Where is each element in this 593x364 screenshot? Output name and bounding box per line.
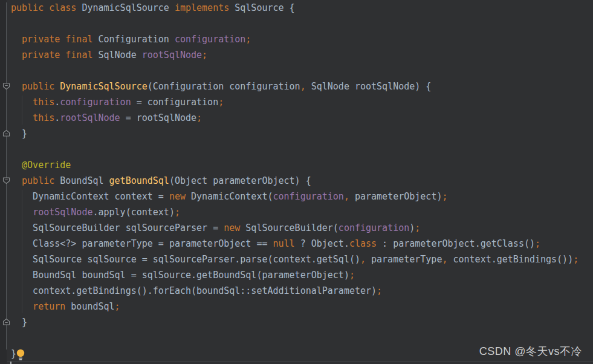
code-token-pln: SqlSource { bbox=[235, 2, 294, 13]
code-token-kw: private final bbox=[11, 50, 99, 60]
code-editor[interactable]: public class DynamicSqlSource implements… bbox=[0, 0, 593, 364]
code-token-pln: parameterObject) bbox=[349, 191, 442, 202]
code-line[interactable]: SqlSourceBuilder sqlSourceParser = new S… bbox=[11, 220, 578, 236]
code-line[interactable] bbox=[11, 141, 578, 157]
code-token-pun: ; bbox=[175, 207, 180, 218]
code-token-pun: ; bbox=[377, 285, 382, 296]
code-token-pun: ; bbox=[573, 254, 578, 265]
code-token-kw: this bbox=[11, 112, 54, 123]
code-token-pun: ; bbox=[535, 238, 540, 249]
code-token-pln: } bbox=[11, 128, 27, 139]
code-token-pun: , bbox=[300, 81, 306, 92]
code-token-pln: ) bbox=[409, 223, 415, 233]
code-token-pln: BoundSql bbox=[60, 175, 109, 186]
text-caret bbox=[10, 362, 11, 364]
code-token-pun: ; bbox=[415, 223, 420, 233]
code-line[interactable]: public class DynamicSqlSource implements… bbox=[11, 0, 578, 16]
code-token-kw: private final bbox=[11, 34, 99, 45]
code-token-kw: this bbox=[11, 97, 54, 108]
code-token-kw: public bbox=[11, 81, 60, 92]
code-line[interactable]: Class<?> parameterType = parameterObject… bbox=[11, 236, 578, 252]
code-area[interactable]: public class DynamicSqlSource implements… bbox=[0, 0, 578, 362]
code-line[interactable]: @Override bbox=[11, 157, 578, 173]
code-token-pun: ; bbox=[196, 112, 202, 123]
code-token-pun: ; bbox=[202, 50, 207, 60]
code-token-pln: (Configuration configuration bbox=[147, 81, 300, 92]
code-token-pln: SqlSourceBuilder( bbox=[240, 223, 339, 233]
code-token-mth: getBoundSql bbox=[109, 175, 169, 186]
code-token-pln: DynamicContext( bbox=[186, 191, 273, 202]
code-line[interactable]: public DynamicSqlSource(Configuration co… bbox=[11, 79, 578, 94]
code-token-pun: , bbox=[360, 254, 366, 265]
editor-bottom-separator bbox=[7, 361, 593, 362]
code-line[interactable]: this.rootSqlNode = rootSqlNode; bbox=[11, 110, 578, 126]
code-line[interactable]: public BoundSql getBoundSql(Object param… bbox=[11, 173, 578, 189]
code-line[interactable]: return boundSql; bbox=[11, 299, 578, 314]
code-token-pun: ; bbox=[245, 34, 251, 45]
code-token-pln: Configuration bbox=[99, 34, 175, 45]
code-token-pln: BoundSql boundSql = sqlSource.getBoundSq… bbox=[11, 270, 349, 281]
code-line[interactable]: DynamicContext context = new DynamicCont… bbox=[11, 189, 578, 204]
code-token-pln: } bbox=[11, 348, 16, 359]
code-line[interactable]: private final SqlNode rootSqlNode; bbox=[11, 47, 578, 63]
code-line[interactable]: private final Configuration configuratio… bbox=[11, 31, 578, 47]
code-token-fld: rootSqlNode bbox=[142, 50, 202, 60]
code-token-fld: rootSqlNode bbox=[33, 207, 92, 218]
code-token-pun: ; bbox=[442, 191, 447, 202]
code-token-pln: context.getBindings()) bbox=[447, 254, 573, 265]
code-line[interactable]: } bbox=[11, 126, 578, 141]
code-token-pln bbox=[11, 207, 33, 218]
code-token-pln: . bbox=[54, 112, 60, 123]
code-token-pln: ? Object. bbox=[295, 238, 349, 249]
code-token-fld: configuration bbox=[339, 223, 409, 233]
code-token-fld: configuration bbox=[175, 34, 245, 45]
code-token-pln: = rootSqlNode bbox=[120, 112, 196, 123]
code-token-ann: @Override bbox=[11, 160, 71, 171]
code-line[interactable]: rootSqlNode.apply(context); bbox=[11, 204, 578, 220]
code-token-pln: SqlSource sqlSource = sqlSourceParser.pa… bbox=[11, 254, 360, 265]
code-line[interactable] bbox=[11, 16, 578, 31]
code-token-kw: new bbox=[169, 191, 186, 202]
code-token-fld: configuration bbox=[273, 191, 344, 202]
code-token-pun: , bbox=[344, 191, 349, 202]
code-token-pln: Class<?> parameterType = parameterObject… bbox=[11, 238, 273, 249]
code-token-pln: SqlNode rootSqlNode) { bbox=[306, 81, 432, 92]
watermark-text: CSDN @冬天vs不冷 bbox=[479, 343, 582, 359]
code-token-kw: return bbox=[11, 301, 65, 312]
code-line[interactable] bbox=[11, 63, 578, 79]
code-token-pln: DynamicContext context = bbox=[11, 191, 169, 202]
code-token-pln: . bbox=[54, 97, 60, 108]
code-token-pln: boundSql bbox=[65, 301, 114, 312]
code-token-pln: SqlSourceBuilder sqlSourceParser = bbox=[11, 223, 224, 233]
code-token-pln: parameterType bbox=[366, 254, 442, 265]
code-line[interactable]: context.getBindings().forEach(boundSql::… bbox=[11, 283, 578, 299]
code-token-kw: public class bbox=[11, 2, 82, 13]
intention-lightbulb-icon[interactable] bbox=[16, 349, 25, 361]
code-token-pun: ; bbox=[349, 270, 355, 281]
code-token-mth: DynamicSqlSource bbox=[60, 81, 147, 92]
code-token-pln: } bbox=[11, 317, 27, 328]
code-token-pln: DynamicSqlSource bbox=[82, 2, 175, 13]
code-token-kw: public bbox=[11, 175, 60, 186]
code-token-pln: SqlNode bbox=[99, 50, 142, 60]
code-token-pun: ; bbox=[115, 301, 120, 312]
code-token-fld: configuration bbox=[60, 97, 131, 108]
code-token-kw: class bbox=[349, 238, 377, 249]
code-token-pln: = configuration bbox=[131, 97, 219, 108]
code-line[interactable]: this.configuration = configuration; bbox=[11, 94, 578, 110]
code-token-pln: .apply(context) bbox=[92, 207, 174, 218]
code-token-pln: context.getBindings().forEach(boundSql::… bbox=[11, 285, 377, 296]
code-token-pln: (Object parameterObject) { bbox=[169, 175, 311, 186]
code-line[interactable]: } bbox=[11, 314, 578, 330]
code-token-kw: new bbox=[224, 223, 240, 233]
code-token-fld: rootSqlNode bbox=[60, 112, 120, 123]
code-token-pln: : parameterObject.getClass() bbox=[377, 238, 535, 249]
code-line[interactable]: BoundSql boundSql = sqlSource.getBoundSq… bbox=[11, 267, 578, 283]
code-token-kw: null bbox=[273, 238, 294, 249]
code-token-kw: implements bbox=[175, 2, 235, 13]
code-token-pun: ; bbox=[218, 97, 224, 108]
code-line[interactable]: SqlSource sqlSource = sqlSourceParser.pa… bbox=[11, 252, 578, 267]
